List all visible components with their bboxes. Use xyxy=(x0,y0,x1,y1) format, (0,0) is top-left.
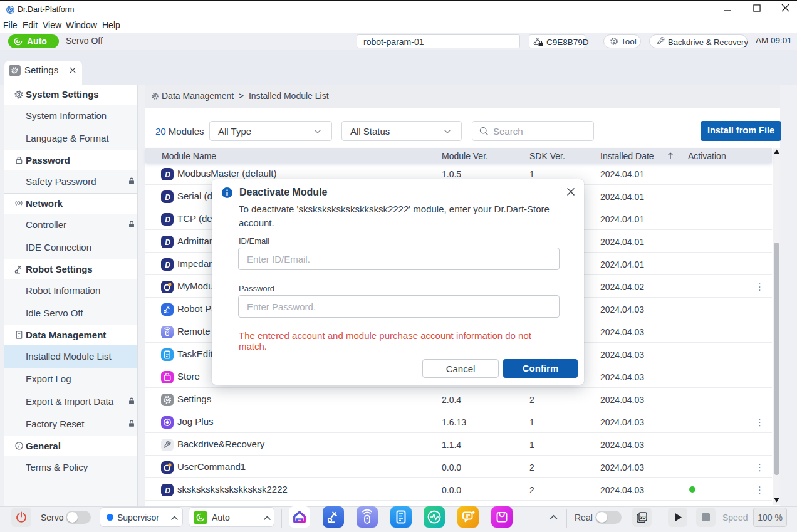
svg-text:3D: 3D xyxy=(640,515,646,519)
